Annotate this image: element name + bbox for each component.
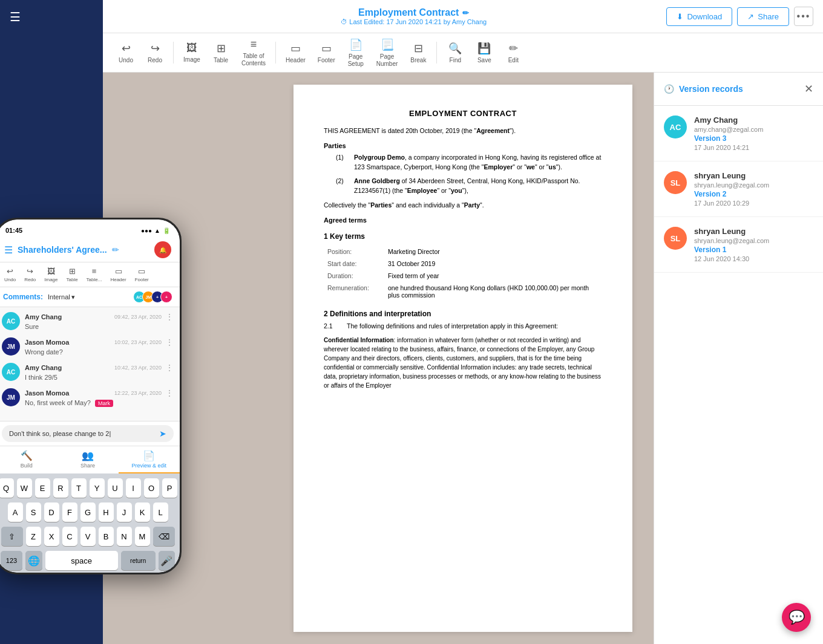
version-item-3[interactable]: SL shryan Leung shryan.leung@zegal.com V… bbox=[654, 217, 823, 273]
toolbar-header[interactable]: ▭ Header bbox=[281, 38, 310, 68]
key-return[interactable]: return bbox=[121, 551, 156, 570]
key-globe[interactable]: 🌐 bbox=[25, 551, 42, 570]
key-v[interactable]: V bbox=[80, 527, 96, 546]
chat-fab-button[interactable]: 💬 bbox=[782, 603, 811, 632]
toolbar-toc[interactable]: ≡ Table of Contents bbox=[237, 34, 271, 71]
key-i[interactable]: I bbox=[126, 478, 141, 498]
key-f[interactable]: F bbox=[62, 503, 77, 522]
toolbar-page-number[interactable]: 📃 Page Number bbox=[372, 34, 403, 71]
version-label-1[interactable]: Version 3 bbox=[694, 134, 763, 143]
phone-toolbar-footer[interactable]: ▭ Footer bbox=[131, 265, 152, 284]
key-d[interactable]: D bbox=[44, 503, 59, 522]
version-label-3[interactable]: Version 1 bbox=[694, 246, 769, 254]
more-button[interactable]: ••• bbox=[794, 7, 813, 26]
key-k[interactable]: K bbox=[135, 503, 150, 522]
comment-more-4[interactable]: ⋮ bbox=[165, 388, 174, 398]
key-a[interactable]: A bbox=[8, 503, 23, 522]
phone-toolbar-redo[interactable]: ↪ Redo bbox=[21, 265, 39, 284]
key-123[interactable]: 123 bbox=[1, 551, 22, 570]
comment-more-3[interactable]: ⋮ bbox=[165, 363, 174, 372]
share-tab-label: Share bbox=[80, 463, 95, 469]
toolbar-find[interactable]: 🔍 Find bbox=[442, 38, 468, 68]
phone-input-field[interactable]: Don't think so, please change to 2| ➤ bbox=[2, 425, 174, 442]
key-shift[interactable]: ⇧ bbox=[1, 527, 23, 546]
phone-toolbar-image[interactable]: 🖼 Image bbox=[41, 265, 61, 284]
key-y[interactable]: Y bbox=[90, 478, 105, 498]
document-title-heading: EMPLOYMENT CONTRACT bbox=[324, 109, 602, 118]
key-s[interactable]: S bbox=[26, 503, 41, 522]
send-icon[interactable]: ➤ bbox=[159, 429, 166, 438]
version-name-1: Amy Chang bbox=[694, 115, 763, 125]
key-x[interactable]: X bbox=[44, 527, 59, 546]
tag-mark: Mark bbox=[95, 400, 113, 407]
key-w[interactable]: W bbox=[17, 478, 32, 498]
toolbar-footer[interactable]: ▭ Footer bbox=[313, 38, 340, 68]
version-date-2: 17 Jun 2020 10:29 bbox=[694, 200, 769, 207]
comment-more-2[interactable]: ⋮ bbox=[165, 337, 174, 347]
phone-toolbar-header[interactable]: ▭ Header bbox=[107, 265, 130, 284]
page-number-icon: 📃 bbox=[381, 38, 394, 51]
version-date-1: 17 Jun 2020 14:21 bbox=[694, 144, 763, 151]
phone-tab-share[interactable]: 👥 Share bbox=[57, 446, 118, 473]
key-g[interactable]: G bbox=[80, 503, 96, 522]
collectively-text: Collectively the "Parties" and each indi… bbox=[324, 201, 602, 210]
hamburger-icon[interactable]: ☰ bbox=[10, 10, 21, 24]
preview-label: Preview & edit bbox=[132, 463, 167, 469]
toolbar-save[interactable]: 💾 Save bbox=[471, 38, 497, 68]
toolbar-edit[interactable]: ✏ Edit bbox=[500, 38, 526, 68]
table-icon: ⊞ bbox=[217, 42, 226, 55]
version-item-1[interactable]: AC Amy Chang amy.chang@zegal.com Version… bbox=[654, 106, 823, 161]
key-q[interactable]: Q bbox=[0, 478, 14, 498]
phone-tab-preview[interactable]: 📄 Preview & edit bbox=[119, 446, 180, 473]
key-p[interactable]: P bbox=[162, 478, 177, 498]
toolbar-undo[interactable]: ↩ Undo bbox=[113, 38, 139, 68]
comment-avatar-jm-2: JM bbox=[2, 388, 20, 406]
top-bar-right: ⬇ Download ↗ Share ••• bbox=[666, 7, 813, 26]
toolbar-table[interactable]: ⊞ Table bbox=[208, 38, 234, 68]
toolbar-redo[interactable]: ↪ Redo bbox=[142, 38, 168, 68]
phone-pencil-icon[interactable]: ✏ bbox=[112, 245, 119, 255]
phone-toolbar-table[interactable]: ⊞ Table bbox=[62, 265, 81, 284]
key-u[interactable]: U bbox=[108, 478, 123, 498]
start-date-label: Start date: bbox=[324, 258, 384, 270]
key-o[interactable]: O bbox=[144, 478, 159, 498]
phone-comments-list[interactable]: AC Amy Chang 09:42, 23 Apr, 2020 ⋮ Sure … bbox=[0, 307, 180, 421]
remuneration-label: Remuneration: bbox=[324, 282, 384, 301]
key-space[interactable]: space bbox=[45, 551, 118, 570]
key-t[interactable]: T bbox=[71, 478, 87, 498]
pencil-icon[interactable]: ✏ bbox=[462, 8, 469, 18]
comment-avatar-ac-1: AC bbox=[2, 312, 20, 330]
key-n[interactable]: N bbox=[117, 527, 132, 546]
key-m[interactable]: M bbox=[135, 527, 150, 546]
comments-type[interactable]: Internal ▾ bbox=[48, 293, 75, 301]
avatar-shryan-leung-1: SL bbox=[664, 171, 687, 194]
key-b[interactable]: B bbox=[99, 527, 114, 546]
download-button[interactable]: ⬇ Download bbox=[666, 7, 732, 26]
phone-tab-build[interactable]: 🔨 Build bbox=[0, 446, 57, 473]
comment-more-1[interactable]: ⋮ bbox=[165, 312, 174, 322]
phone-hamburger-icon[interactable]: ☰ bbox=[4, 244, 13, 256]
key-backspace[interactable]: ⌫ bbox=[153, 527, 175, 546]
phone-toolbar-undo[interactable]: ↩ Undo bbox=[1, 265, 19, 284]
keyboard-row-1: Q W E R T Y U I O P bbox=[0, 478, 177, 498]
version-close-button[interactable]: ✕ bbox=[804, 82, 813, 96]
share-button[interactable]: ↗ Share bbox=[737, 7, 789, 26]
key-c[interactable]: C bbox=[62, 527, 77, 546]
version-item-2[interactable]: SL shryan Leung shryan.leung@zegal.com V… bbox=[654, 161, 823, 217]
break-icon: ⊟ bbox=[414, 42, 423, 55]
version-label-2[interactable]: Version 2 bbox=[694, 190, 769, 198]
document-title: Employment Contract bbox=[358, 7, 459, 18]
key-mic[interactable]: 🎤 bbox=[159, 551, 175, 570]
toolbar-image[interactable]: 🖼 Image bbox=[179, 38, 205, 67]
key-z[interactable]: Z bbox=[26, 527, 41, 546]
key-j[interactable]: J bbox=[117, 503, 132, 522]
key-l[interactable]: L bbox=[153, 503, 168, 522]
key-h[interactable]: H bbox=[99, 503, 114, 522]
confidential-def-text: : information in whatever form (whether … bbox=[324, 337, 601, 389]
key-e[interactable]: E bbox=[35, 478, 50, 498]
key-r[interactable]: R bbox=[53, 478, 68, 498]
toolbar-page-setup[interactable]: 📄 Page Setup bbox=[343, 34, 369, 71]
toolbar-break[interactable]: ⊟ Break bbox=[405, 38, 431, 68]
document-paper: EMPLOYMENT CONTRACT THIS AGREEMENT is da… bbox=[293, 85, 632, 632]
phone-toolbar-toc[interactable]: ≡ Table... bbox=[83, 265, 106, 284]
